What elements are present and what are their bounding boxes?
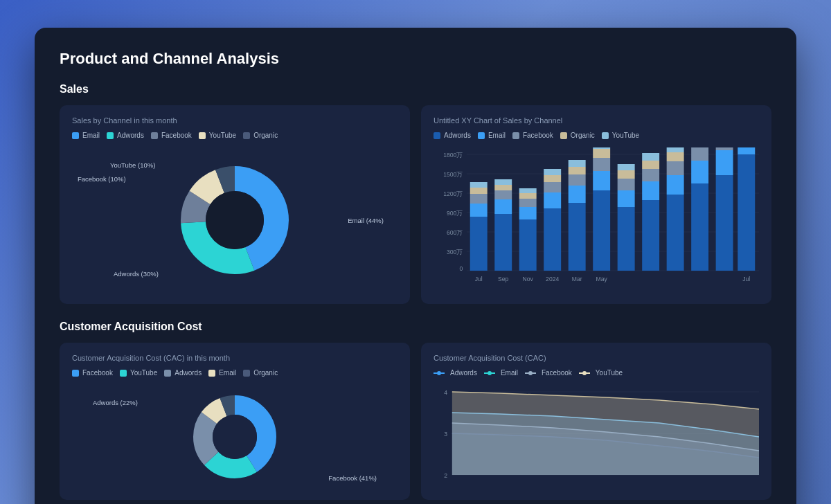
svg-rect-56 bbox=[642, 181, 659, 200]
page-title: Product and Channel Analysis bbox=[60, 50, 771, 68]
svg-text:2024: 2024 bbox=[546, 276, 559, 282]
cac-line-chart: 4 3 2 bbox=[434, 385, 759, 482]
cac-line-legend-youtube: YouTube bbox=[579, 369, 623, 377]
svg-text:Jul: Jul bbox=[475, 276, 483, 282]
cac-donut-title: Customer Acquisition Cost (CAC) in this … bbox=[72, 354, 397, 362]
sales-charts-row: Sales by Channel in this month Email Adw… bbox=[60, 105, 771, 304]
svg-text:Nov: Nov bbox=[523, 276, 534, 282]
svg-rect-66 bbox=[691, 161, 708, 183]
svg-rect-75 bbox=[738, 154, 755, 271]
svg-text:Jul: Jul bbox=[742, 276, 750, 282]
svg-rect-43 bbox=[569, 167, 586, 174]
legend-youtube: YouTube bbox=[199, 132, 236, 139]
bar-legend-facebook: Facebook bbox=[512, 132, 553, 139]
svg-rect-76 bbox=[738, 147, 755, 154]
cac-line-legend: Adwords Email Facebook bbox=[434, 369, 759, 377]
legend-facebook: Facebook bbox=[151, 132, 192, 139]
cac-line-legend-facebook: Facebook bbox=[525, 369, 572, 377]
legend-email: Email bbox=[72, 132, 100, 139]
svg-rect-46 bbox=[593, 171, 610, 190]
svg-rect-26 bbox=[494, 199, 512, 214]
sales-bar-card: Untitled XY Chart of Sales by Channel Ad… bbox=[421, 105, 771, 304]
cac-legend-organic: Organic bbox=[243, 369, 278, 377]
svg-point-92 bbox=[213, 415, 257, 459]
sales-donut-title: Sales by Channel in this month bbox=[72, 116, 397, 125]
svg-rect-51 bbox=[618, 190, 635, 207]
svg-rect-61 bbox=[667, 175, 684, 195]
svg-rect-25 bbox=[494, 214, 512, 271]
svg-rect-28 bbox=[494, 185, 512, 190]
svg-text:900万: 900万 bbox=[447, 210, 463, 217]
svg-rect-60 bbox=[667, 195, 684, 271]
cac-legend-youtube: YouTube bbox=[120, 369, 157, 377]
sales-donut-legend: Email Adwords Facebook YouTube Organic bbox=[72, 132, 397, 139]
svg-text:3: 3 bbox=[444, 431, 447, 438]
svg-rect-44 bbox=[569, 160, 586, 167]
cac-charts-row: Customer Acquisition Cost (CAC) in this … bbox=[60, 343, 771, 500]
svg-text:300万: 300万 bbox=[447, 249, 463, 255]
adwords-label: Adwords (30%) bbox=[114, 270, 159, 278]
sales-bar-legend: Adwords Email Facebook Organic YouTube bbox=[434, 132, 759, 139]
svg-rect-50 bbox=[618, 207, 635, 271]
svg-rect-59 bbox=[642, 153, 659, 161]
legend-organic: Organic bbox=[243, 132, 278, 139]
svg-rect-38 bbox=[544, 175, 561, 182]
youtube-label: YouTube (10%) bbox=[110, 161, 155, 169]
svg-rect-24 bbox=[470, 182, 488, 188]
svg-text:600万: 600万 bbox=[447, 229, 463, 236]
cac-facebook-label: Facebook (41%) bbox=[328, 474, 377, 482]
bar-legend-adwords: Adwords bbox=[434, 132, 471, 139]
svg-text:4: 4 bbox=[444, 389, 447, 396]
facebook-label: Facebook (10%) bbox=[78, 175, 126, 183]
svg-rect-47 bbox=[593, 158, 610, 171]
svg-rect-33 bbox=[519, 193, 537, 199]
svg-rect-65 bbox=[691, 183, 708, 271]
bar-legend-organic: Organic bbox=[560, 132, 595, 139]
bar-legend-email: Email bbox=[478, 132, 506, 139]
sales-bar-chart: 1800万 1500万 1200万 900万 600万 300万 0 bbox=[434, 147, 759, 286]
cac-adwords-label: Adwords (22%) bbox=[93, 399, 138, 406]
svg-rect-34 bbox=[519, 188, 537, 193]
svg-text:1500万: 1500万 bbox=[443, 171, 463, 178]
dashboard: Product and Channel Analysis Sales Sales… bbox=[35, 28, 796, 504]
svg-rect-39 bbox=[544, 169, 561, 175]
cac-section-title: Customer Acquisition Cost bbox=[60, 321, 771, 333]
svg-rect-55 bbox=[642, 200, 659, 271]
svg-text:Mar: Mar bbox=[572, 276, 582, 282]
svg-rect-57 bbox=[642, 169, 659, 181]
svg-rect-30 bbox=[519, 219, 537, 271]
svg-rect-64 bbox=[667, 147, 684, 152]
svg-rect-41 bbox=[569, 186, 586, 203]
svg-rect-70 bbox=[716, 175, 733, 271]
svg-rect-42 bbox=[569, 174, 586, 186]
cac-donut-card: Customer Acquisition Cost (CAC) in this … bbox=[60, 343, 410, 500]
svg-rect-54 bbox=[618, 164, 635, 170]
cac-legend-adwords: Adwords bbox=[164, 369, 202, 377]
sales-section-title: Sales bbox=[60, 83, 771, 96]
svg-rect-67 bbox=[691, 147, 708, 161]
svg-text:May: May bbox=[596, 276, 608, 282]
svg-rect-21 bbox=[470, 204, 488, 217]
svg-rect-37 bbox=[544, 182, 561, 192]
svg-text:1800万: 1800万 bbox=[443, 152, 463, 159]
svg-point-5 bbox=[206, 191, 264, 249]
cac-line-title: Customer Acquisition Cost (CAC) bbox=[434, 354, 759, 362]
sales-bar-title: Untitled XY Chart of Sales by Channel bbox=[434, 116, 759, 125]
cac-legend-email: Email bbox=[208, 369, 236, 377]
svg-rect-35 bbox=[544, 208, 561, 271]
svg-rect-53 bbox=[618, 170, 635, 179]
svg-rect-63 bbox=[667, 152, 684, 161]
cac-line-card: Customer Acquisition Cost (CAC) Adwords … bbox=[421, 343, 771, 500]
svg-rect-22 bbox=[470, 194, 488, 204]
cac-donut-legend: Facebook YouTube Adwords Email Organic bbox=[72, 369, 397, 377]
svg-rect-48 bbox=[593, 149, 610, 158]
email-label: Email (44%) bbox=[348, 217, 384, 224]
svg-text:2: 2 bbox=[444, 472, 447, 479]
cac-line-legend-adwords: Adwords bbox=[434, 369, 477, 377]
svg-rect-45 bbox=[593, 190, 610, 271]
sales-donut-chart bbox=[172, 158, 297, 282]
sales-donut-card: Sales by Channel in this month Email Adw… bbox=[60, 105, 410, 304]
svg-rect-71 bbox=[716, 150, 733, 175]
svg-rect-29 bbox=[494, 179, 512, 185]
svg-rect-31 bbox=[519, 207, 537, 219]
